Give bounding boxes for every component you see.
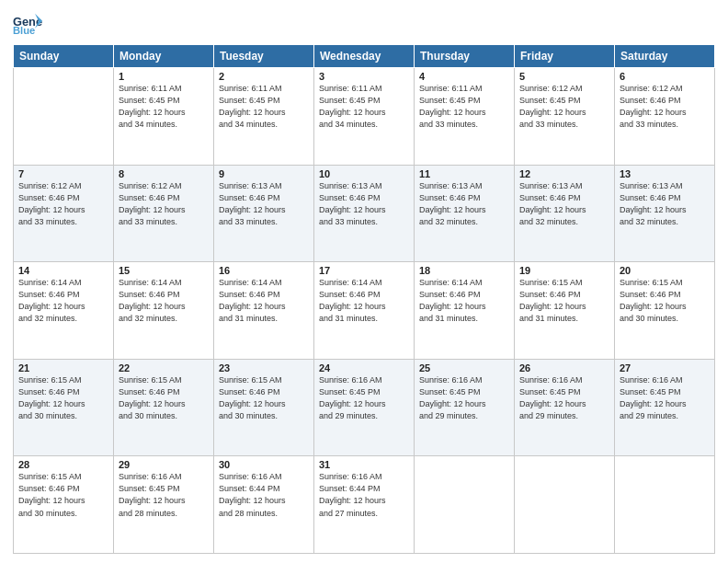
calendar-cell (415, 456, 515, 554)
calendar-cell: 10Sunrise: 6:13 AMSunset: 6:46 PMDayligh… (314, 165, 415, 262)
day-number: 14 (18, 265, 108, 276)
cell-sun-info: Sunrise: 6:11 AMSunset: 6:45 PMDaylight:… (119, 83, 209, 131)
week-row-4: 21Sunrise: 6:15 AMSunset: 6:46 PMDayligh… (14, 359, 715, 456)
weekday-header-tuesday: Tuesday (214, 45, 314, 68)
cell-sun-info: Sunrise: 6:16 AMSunset: 6:45 PMDaylight:… (119, 471, 209, 519)
day-number: 13 (620, 168, 710, 179)
day-number: 20 (620, 265, 710, 276)
cell-sun-info: Sunrise: 6:13 AMSunset: 6:46 PMDaylight:… (219, 180, 309, 228)
day-number: 27 (620, 362, 710, 373)
calendar-cell: 21Sunrise: 6:15 AMSunset: 6:46 PMDayligh… (14, 359, 114, 456)
calendar-cell: 27Sunrise: 6:16 AMSunset: 6:45 PMDayligh… (615, 359, 715, 456)
cell-sun-info: Sunrise: 6:16 AMSunset: 6:44 PMDaylight:… (219, 471, 309, 519)
calendar-cell: 29Sunrise: 6:16 AMSunset: 6:45 PMDayligh… (114, 456, 214, 554)
day-number: 15 (119, 265, 209, 276)
calendar-cell: 30Sunrise: 6:16 AMSunset: 6:44 PMDayligh… (214, 456, 314, 554)
calendar-cell (615, 456, 715, 554)
calendar-cell: 16Sunrise: 6:14 AMSunset: 6:46 PMDayligh… (214, 262, 314, 360)
calendar-cell: 17Sunrise: 6:14 AMSunset: 6:46 PMDayligh… (314, 262, 415, 360)
day-number: 10 (319, 168, 409, 179)
cell-sun-info: Sunrise: 6:14 AMSunset: 6:46 PMDaylight:… (319, 277, 409, 325)
day-number: 4 (419, 71, 509, 82)
cell-sun-info: Sunrise: 6:14 AMSunset: 6:46 PMDaylight:… (119, 277, 209, 325)
calendar-cell: 7Sunrise: 6:12 AMSunset: 6:46 PMDaylight… (14, 165, 114, 262)
calendar-cell (14, 68, 114, 166)
calendar-cell: 24Sunrise: 6:16 AMSunset: 6:45 PMDayligh… (314, 359, 415, 456)
cell-sun-info: Sunrise: 6:16 AMSunset: 6:44 PMDaylight:… (319, 471, 409, 519)
svg-text:Blue: Blue (13, 25, 35, 36)
cell-sun-info: Sunrise: 6:15 AMSunset: 6:46 PMDaylight:… (219, 374, 309, 422)
day-number: 29 (119, 459, 209, 470)
calendar-cell (515, 456, 615, 554)
calendar-cell: 20Sunrise: 6:15 AMSunset: 6:46 PMDayligh… (615, 262, 715, 360)
cell-sun-info: Sunrise: 6:12 AMSunset: 6:46 PMDaylight:… (18, 180, 108, 228)
calendar-cell: 14Sunrise: 6:14 AMSunset: 6:46 PMDayligh… (14, 262, 114, 360)
calendar-cell: 19Sunrise: 6:15 AMSunset: 6:46 PMDayligh… (515, 262, 615, 360)
cell-sun-info: Sunrise: 6:15 AMSunset: 6:46 PMDaylight:… (519, 277, 609, 325)
day-number: 17 (319, 265, 409, 276)
cell-sun-info: Sunrise: 6:12 AMSunset: 6:45 PMDaylight:… (519, 83, 609, 131)
cell-sun-info: Sunrise: 6:15 AMSunset: 6:46 PMDaylight:… (18, 471, 108, 519)
weekday-header-row: SundayMondayTuesdayWednesdayThursdayFrid… (14, 45, 715, 68)
cell-sun-info: Sunrise: 6:15 AMSunset: 6:46 PMDaylight:… (18, 374, 108, 422)
page: General Blue SundayMondayTuesdayWednesda… (0, 0, 728, 563)
cell-sun-info: Sunrise: 6:13 AMSunset: 6:46 PMDaylight:… (319, 180, 409, 228)
day-number: 8 (119, 168, 209, 179)
day-number: 6 (620, 71, 710, 82)
logo: General Blue (13, 9, 42, 39)
calendar-cell: 26Sunrise: 6:16 AMSunset: 6:45 PMDayligh… (515, 359, 615, 456)
calendar-cell: 8Sunrise: 6:12 AMSunset: 6:46 PMDaylight… (114, 165, 214, 262)
week-row-1: 1Sunrise: 6:11 AMSunset: 6:45 PMDaylight… (14, 68, 715, 166)
weekday-header-wednesday: Wednesday (314, 45, 415, 68)
weekday-header-monday: Monday (114, 45, 214, 68)
day-number: 5 (519, 71, 609, 82)
day-number: 28 (18, 459, 108, 470)
cell-sun-info: Sunrise: 6:16 AMSunset: 6:45 PMDaylight:… (419, 374, 509, 422)
day-number: 26 (519, 362, 609, 373)
day-number: 12 (519, 168, 609, 179)
cell-sun-info: Sunrise: 6:13 AMSunset: 6:46 PMDaylight:… (620, 180, 710, 228)
calendar-cell: 22Sunrise: 6:15 AMSunset: 6:46 PMDayligh… (114, 359, 214, 456)
calendar-cell: 28Sunrise: 6:15 AMSunset: 6:46 PMDayligh… (14, 456, 114, 554)
cell-sun-info: Sunrise: 6:14 AMSunset: 6:46 PMDaylight:… (419, 277, 509, 325)
week-row-5: 28Sunrise: 6:15 AMSunset: 6:46 PMDayligh… (14, 456, 715, 554)
calendar-cell: 9Sunrise: 6:13 AMSunset: 6:46 PMDaylight… (214, 165, 314, 262)
header: General Blue (13, 9, 715, 39)
cell-sun-info: Sunrise: 6:11 AMSunset: 6:45 PMDaylight:… (419, 83, 509, 131)
cell-sun-info: Sunrise: 6:13 AMSunset: 6:46 PMDaylight:… (419, 180, 509, 228)
day-number: 7 (18, 168, 108, 179)
day-number: 19 (519, 265, 609, 276)
cell-sun-info: Sunrise: 6:12 AMSunset: 6:46 PMDaylight:… (620, 83, 710, 131)
day-number: 3 (319, 71, 409, 82)
day-number: 18 (419, 265, 509, 276)
calendar-cell: 15Sunrise: 6:14 AMSunset: 6:46 PMDayligh… (114, 262, 214, 360)
weekday-header-thursday: Thursday (415, 45, 515, 68)
calendar-cell: 4Sunrise: 6:11 AMSunset: 6:45 PMDaylight… (415, 68, 515, 166)
calendar-cell: 3Sunrise: 6:11 AMSunset: 6:45 PMDaylight… (314, 68, 415, 166)
cell-sun-info: Sunrise: 6:12 AMSunset: 6:46 PMDaylight:… (119, 180, 209, 228)
cell-sun-info: Sunrise: 6:16 AMSunset: 6:45 PMDaylight:… (620, 374, 710, 422)
calendar-cell: 11Sunrise: 6:13 AMSunset: 6:46 PMDayligh… (415, 165, 515, 262)
week-row-2: 7Sunrise: 6:12 AMSunset: 6:46 PMDaylight… (14, 165, 715, 262)
day-number: 23 (219, 362, 309, 373)
calendar-cell: 6Sunrise: 6:12 AMSunset: 6:46 PMDaylight… (615, 68, 715, 166)
calendar: SundayMondayTuesdayWednesdayThursdayFrid… (13, 44, 715, 554)
calendar-cell: 25Sunrise: 6:16 AMSunset: 6:45 PMDayligh… (415, 359, 515, 456)
cell-sun-info: Sunrise: 6:13 AMSunset: 6:46 PMDaylight:… (519, 180, 609, 228)
day-number: 22 (119, 362, 209, 373)
calendar-cell: 12Sunrise: 6:13 AMSunset: 6:46 PMDayligh… (515, 165, 615, 262)
weekday-header-sunday: Sunday (14, 45, 114, 68)
calendar-cell: 13Sunrise: 6:13 AMSunset: 6:46 PMDayligh… (615, 165, 715, 262)
day-number: 2 (219, 71, 309, 82)
cell-sun-info: Sunrise: 6:11 AMSunset: 6:45 PMDaylight:… (219, 83, 309, 131)
day-number: 16 (219, 265, 309, 276)
day-number: 11 (419, 168, 509, 179)
calendar-cell: 31Sunrise: 6:16 AMSunset: 6:44 PMDayligh… (314, 456, 415, 554)
weekday-header-friday: Friday (515, 45, 615, 68)
day-number: 30 (219, 459, 309, 470)
day-number: 24 (319, 362, 409, 373)
cell-sun-info: Sunrise: 6:15 AMSunset: 6:46 PMDaylight:… (620, 277, 710, 325)
day-number: 25 (419, 362, 509, 373)
day-number: 21 (18, 362, 108, 373)
calendar-cell: 23Sunrise: 6:15 AMSunset: 6:46 PMDayligh… (214, 359, 314, 456)
